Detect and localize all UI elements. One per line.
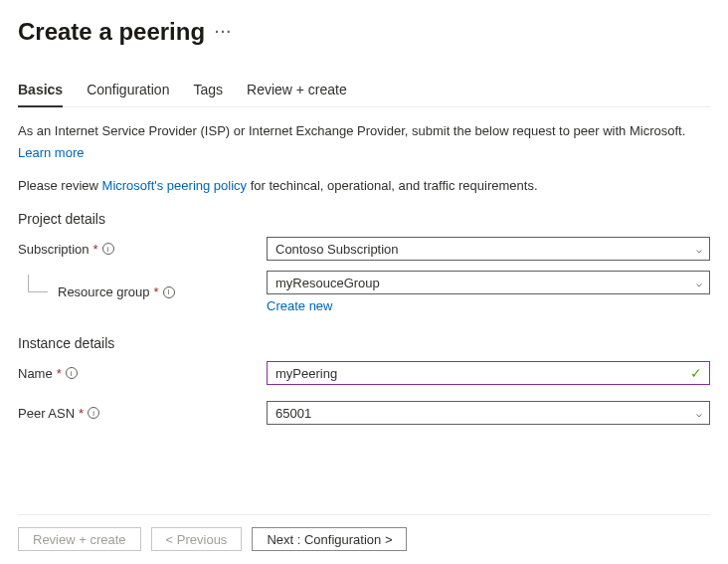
next-button[interactable]: Next : Configuration >	[252, 527, 407, 551]
page-title-text: Create a peering	[18, 18, 205, 46]
required-indicator: *	[93, 242, 98, 257]
peer-asn-label: Peer ASN	[18, 406, 75, 421]
project-details-heading: Project details	[18, 211, 710, 227]
name-input[interactable]	[267, 361, 710, 385]
subscription-label-col: Subscription * i	[18, 242, 267, 257]
description-text-2: Please review Microsoft's peering policy…	[18, 176, 710, 196]
subscription-select[interactable]	[267, 237, 710, 261]
peer-asn-row: Peer ASN * i ⌵	[18, 401, 710, 425]
info-icon[interactable]: i	[88, 407, 99, 419]
subscription-label: Subscription	[18, 242, 90, 257]
review-create-button: Review + create	[18, 527, 141, 551]
description-text-1: As an Internet Service Provider (ISP) or…	[18, 121, 710, 141]
resource-group-label: Resource group	[58, 284, 150, 299]
create-new-link[interactable]: Create new	[267, 298, 710, 313]
footer-buttons: Review + create < Previous Next : Config…	[18, 514, 710, 551]
peer-asn-label-col: Peer ASN * i	[18, 406, 267, 421]
more-icon[interactable]: ···	[215, 24, 233, 40]
page-title: Create a peering ···	[18, 18, 710, 46]
info-icon[interactable]: i	[66, 367, 78, 379]
name-label: Name	[18, 366, 53, 381]
subscription-row: Subscription * i ⌵	[18, 237, 710, 261]
peer-asn-select[interactable]	[267, 401, 710, 425]
tab-configuration[interactable]: Configuration	[87, 74, 169, 107]
required-indicator: *	[154, 284, 159, 299]
resource-group-label-col: Resource group * i	[18, 284, 267, 299]
required-indicator: *	[57, 366, 62, 381]
indent-line	[28, 275, 48, 292]
required-indicator: *	[79, 406, 84, 421]
tab-tags[interactable]: Tags	[193, 74, 223, 107]
tab-basics[interactable]: Basics	[18, 74, 63, 107]
description-block: As an Internet Service Provider (ISP) or…	[18, 121, 710, 160]
peering-policy-link[interactable]: Microsoft's peering policy	[102, 178, 248, 193]
tab-review-create[interactable]: Review + create	[247, 74, 347, 107]
info-icon[interactable]: i	[163, 286, 175, 298]
instance-details-heading: Instance details	[18, 335, 710, 351]
tabs-container: Basics Configuration Tags Review + creat…	[18, 74, 710, 107]
resource-group-select[interactable]	[267, 271, 710, 294]
name-row: Name * i ✓	[18, 361, 710, 385]
resource-group-row: Resource group * i ⌵ Create new	[18, 271, 710, 313]
policy-post: for techincal, operational, and traffic …	[247, 178, 537, 193]
info-icon[interactable]: i	[102, 243, 114, 255]
previous-button: < Previous	[151, 527, 243, 551]
learn-more-link[interactable]: Learn more	[18, 145, 84, 160]
policy-pre: Please review	[18, 178, 102, 193]
name-label-col: Name * i	[18, 366, 267, 381]
